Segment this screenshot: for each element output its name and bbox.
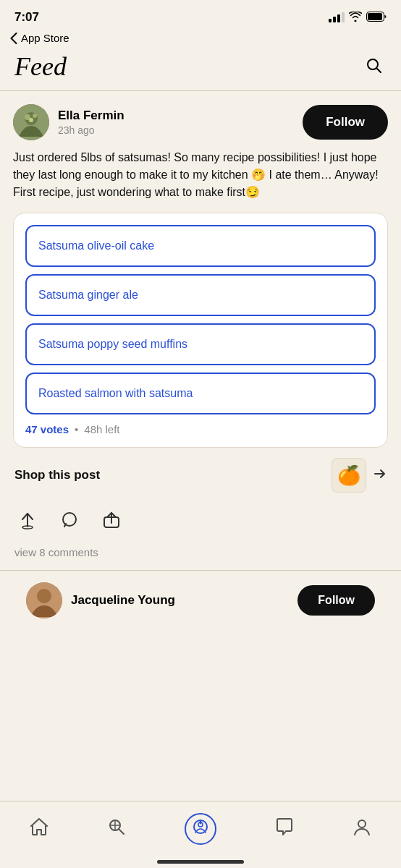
- share-icon: [101, 513, 122, 535]
- next-user-row: Jacqueline Young: [26, 582, 175, 618]
- profile-icon: [352, 817, 372, 842]
- svg-point-9: [63, 513, 76, 526]
- signal-icon: [329, 12, 345, 22]
- back-label[interactable]: App Store: [10, 32, 69, 44]
- comments-label: view 8 comments: [14, 546, 98, 558]
- svg-point-12: [37, 589, 51, 603]
- share-button[interactable]: [98, 507, 124, 536]
- feed-icon: [191, 817, 210, 841]
- poll-option-4[interactable]: Roasted salmon with satsuma: [25, 373, 376, 414]
- poll-option-3[interactable]: Satsuma poppy seed muffins: [25, 323, 376, 365]
- comment-button[interactable]: [56, 507, 83, 536]
- status-bar: 7:07: [0, 0, 401, 29]
- poll-option-2[interactable]: Satsuma ginger ale: [25, 274, 376, 316]
- next-avatar: [26, 582, 62, 618]
- post-card: Ella Fermin 23h ago Follow Just ordered …: [13, 104, 388, 570]
- poll-option-3-text: Satsuma poppy seed muffins: [38, 338, 187, 350]
- poll-card: Satsuma olive-oil cake Satsuma ginger al…: [13, 213, 388, 448]
- poll-option-1-text: Satsuma olive-oil cake: [38, 239, 154, 252]
- nav-search-icon: [106, 817, 127, 842]
- search-icon: [365, 67, 384, 77]
- app-header: Feed: [0, 47, 401, 91]
- upvote-button[interactable]: [14, 507, 41, 536]
- back-nav[interactable]: App Store: [0, 29, 401, 47]
- follow-button[interactable]: Follow: [303, 105, 388, 140]
- feed-content: Ella Fermin 23h ago Follow Just ordered …: [0, 91, 401, 702]
- nav-home-button[interactable]: [17, 814, 61, 845]
- poll-dot: •: [75, 423, 78, 435]
- user-row: Ella Fermin 23h ago Follow: [13, 104, 388, 140]
- next-post-preview: Jacqueline Young Follow: [13, 571, 388, 630]
- status-time: 7:07: [14, 10, 39, 25]
- comment-icon: [59, 513, 80, 535]
- poll-option-2-text: Satsuma ginger ale: [38, 289, 138, 301]
- shop-thumbnail: 🍊: [332, 458, 366, 493]
- post-time: 23h ago: [58, 124, 124, 136]
- nav-profile-button[interactable]: [340, 814, 384, 845]
- status-icons: [329, 12, 387, 24]
- post-text: Just ordered 5lbs of satsumas! So many r…: [13, 149, 388, 201]
- feed-active-indicator: [185, 813, 216, 845]
- shop-row[interactable]: Shop this post 🍊: [13, 458, 388, 493]
- view-comments[interactable]: view 8 comments: [13, 545, 388, 570]
- user-name: Ella Fermin: [58, 109, 124, 123]
- bottom-nav: [0, 801, 401, 868]
- shop-thumbnail-emoji: 🍊: [337, 464, 360, 487]
- shop-right: 🍊: [332, 458, 387, 493]
- poll-meta: 47 votes • 48h left: [25, 423, 376, 435]
- svg-point-18: [358, 820, 366, 827]
- next-follow-button[interactable]: Follow: [297, 585, 375, 616]
- app-title: Feed: [14, 51, 67, 82]
- shop-label: Shop this post: [14, 468, 100, 482]
- home-indicator: [157, 860, 244, 864]
- svg-point-2: [368, 59, 378, 69]
- nav-feed-button[interactable]: [173, 810, 228, 848]
- next-user-name: Jacqueline Young: [71, 593, 175, 608]
- search-button[interactable]: [362, 54, 387, 80]
- home-icon: [29, 817, 49, 842]
- nav-chat-button[interactable]: [263, 814, 306, 845]
- avatar: [13, 104, 49, 140]
- svg-rect-1: [368, 13, 382, 20]
- poll-option-1[interactable]: Satsuma olive-oil cake: [25, 225, 376, 267]
- battery-icon: [366, 12, 387, 24]
- actions-row: [13, 503, 388, 540]
- user-info: Ella Fermin 23h ago: [13, 104, 124, 140]
- poll-option-4-text: Roasted salmon with satsuma: [38, 387, 193, 399]
- svg-point-6: [33, 114, 37, 118]
- svg-point-7: [29, 118, 33, 122]
- upvote-icon: [17, 513, 38, 535]
- poll-time-left: 48h left: [84, 423, 119, 435]
- shop-arrow-icon: [372, 467, 387, 485]
- wifi-icon: [349, 12, 362, 24]
- nav-search-button[interactable]: [95, 814, 138, 845]
- user-details: Ella Fermin 23h ago: [58, 109, 124, 136]
- chat-icon: [274, 817, 295, 842]
- poll-votes: 47 votes: [25, 423, 69, 435]
